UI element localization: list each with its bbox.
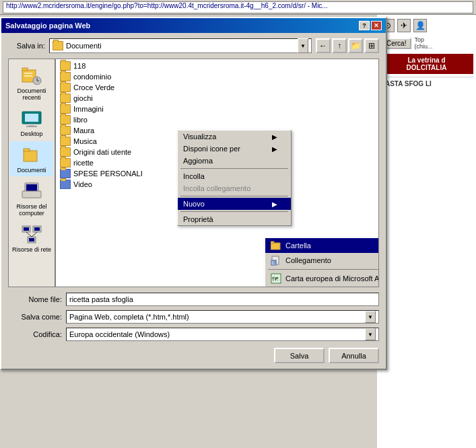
nome-file-row: Nome file: (8, 293, 379, 306)
sidebar-item-desktop[interactable]: Desktop (10, 105, 53, 140)
file-item-croce-verde[interactable]: Croce Verde (57, 82, 377, 93)
file-name-croce-verde: Croce Verde (73, 83, 114, 91)
nome-file-input[interactable] (66, 293, 379, 306)
browser-toolbar: http://www2.mcridersroma.it/engine/go.ph… (0, 0, 476, 15)
file-item-giochi[interactable]: giochi (57, 93, 377, 104)
bottom-buttons: Salva Annulla (8, 345, 379, 363)
sidebar-label-documenti: Documenti (17, 167, 46, 174)
submenu-sincronia[interactable]: ↻ Sincronia file (265, 286, 379, 287)
salva-button[interactable]: Salva (274, 348, 325, 363)
submenu-collegamento[interactable]: ⊞ Collegamento (265, 253, 379, 268)
sidebar-label-desktop: Desktop (20, 130, 42, 137)
cerca-row: Cerca! Top (chiu... (380, 34, 473, 52)
file-list[interactable]: 118 condominio Croce Verde giochi Immagi… (55, 59, 379, 287)
svg-rect-19 (24, 227, 29, 231)
folder-icon-118 (60, 61, 71, 71)
ctx-aggiorna-label: Aggiorna (183, 157, 213, 165)
salva-come-arrow[interactable]: ▼ (365, 311, 376, 323)
browser-right-panel: ⊙ ✈ 👤 Cerca! Top (chiu... La vetrina d D… (377, 15, 476, 448)
nav-back-button[interactable]: ← (316, 38, 331, 53)
browser-url[interactable]: http://www2.mcridersroma.it/engine/go.ph… (3, 1, 473, 13)
svg-rect-8 (25, 114, 38, 122)
codifica-arrow[interactable]: ▼ (365, 328, 376, 340)
sidebar-icon-rete (21, 223, 42, 245)
close-button[interactable]: ✕ (371, 21, 382, 30)
codifica-label: Codifica: (8, 330, 62, 338)
annulla-button[interactable]: Annulla (329, 348, 379, 363)
codifica-row: Codifica: Europa occidentale (Windows) ▼ (8, 328, 379, 341)
ctx-disponi[interactable]: Disponi icone per ▶ (178, 143, 291, 155)
folder-icon-spese (60, 169, 71, 178)
file-name-condominio: condominio (73, 73, 111, 81)
ctx-visualizza-label: Visualizza (183, 133, 216, 141)
ctx-aggiorna[interactable]: Aggiorna (178, 155, 291, 167)
file-item-118[interactable]: 118 (57, 61, 377, 71)
submenu-autoroute[interactable]: 🗺 Carta europea di Microsoft AutoRoute (265, 271, 379, 286)
salva-in-dropdown[interactable]: Documenti ▼ (49, 38, 312, 53)
svg-rect-3 (24, 75, 32, 77)
file-item-libro[interactable]: libro (57, 114, 377, 125)
ctx-sep-1 (180, 168, 288, 169)
salva-come-row: Salva come: Pagina Web, completa (*.htm,… (8, 310, 379, 324)
browser-icon-2[interactable]: ✈ (397, 19, 411, 32)
folder-icon-origini (60, 147, 71, 157)
nav-new-folder-button[interactable]: 📁 (348, 38, 363, 53)
ctx-nuovo-label: Nuovo (183, 200, 205, 208)
titlebar-buttons: ? ✕ (359, 21, 382, 30)
nome-file-label: Nome file: (8, 295, 62, 303)
sidebar: Documentirecenti Desktop (8, 59, 55, 287)
sidebar-item-documenti[interactable]: Documenti (10, 141, 53, 176)
ctx-proprieta[interactable]: Proprietà (178, 213, 291, 225)
file-item-immagini[interactable]: Immagini (57, 104, 377, 114)
ctx-visualizza-arrow: ▶ (272, 133, 277, 141)
main-area: Documentirecenti Desktop (8, 59, 379, 287)
codifica-value: Europa occidentale (Windows) (69, 330, 170, 338)
folder-icon-video (60, 180, 71, 189)
sidebar-item-rete[interactable]: Risorse di rete (10, 221, 53, 256)
browser-icon-3[interactable]: 👤 (413, 19, 427, 32)
sidebar-item-documenti-recenti[interactable]: Documentirecenti (10, 62, 53, 104)
submenu-label-autoroute: Carta europea di Microsoft AutoRoute (285, 274, 379, 283)
ctx-proprieta-label: Proprietà (183, 215, 213, 223)
salva-come-value: Pagina Web, completa (*.htm,*.html) (69, 313, 189, 321)
submenu-label-collegamento: Collegamento (285, 256, 331, 264)
folder-icon-small (53, 41, 63, 50)
sidebar-item-computer[interactable]: Risorse delcomputer (10, 178, 53, 219)
svg-rect-23 (29, 238, 34, 241)
browser-banner: La vetrina d DOLCITALIA (380, 54, 473, 74)
salva-come-dropdown[interactable]: Pagina Web, completa (*.htm,*.html) ▼ (66, 310, 379, 324)
sidebar-label-recenti: Documentirecenti (17, 87, 46, 101)
submenu-nuovo: Cartella ⊞ Collegamento (265, 237, 379, 287)
browser-nav-icons: ⊙ ✈ 👤 (380, 17, 473, 34)
folder-icon-giochi (60, 94, 71, 103)
file-name-118: 118 (73, 62, 86, 70)
salva-in-label: Salva in: (8, 42, 45, 50)
file-name-maura: Maura (73, 126, 94, 135)
ctx-nuovo[interactable]: Nuovo ▶ (178, 198, 291, 210)
submenu-cartella[interactable]: Cartella (265, 238, 379, 253)
file-name-giochi: giochi (73, 94, 93, 102)
file-name-spese: SPESE PERSONALI (73, 170, 143, 178)
file-name-immagini: Immagini (73, 105, 104, 113)
nav-view-button[interactable]: ⊞ (364, 38, 379, 53)
folder-icon-croce-verde (60, 83, 71, 92)
sidebar-label-rete: Risorse di rete (12, 246, 51, 253)
sidebar-icon-desktop (21, 108, 42, 129)
ctx-disponi-arrow: ▶ (272, 145, 277, 153)
file-name-musica: Musica (73, 137, 97, 145)
dialog-titlebar: Salvataggio pagina Web ? ✕ (1, 18, 386, 33)
svg-rect-10 (26, 126, 37, 127)
submenu-label-cartella: Cartella (285, 241, 311, 250)
codifica-dropdown[interactable]: Europa occidentale (Windows) ▼ (66, 328, 379, 341)
file-item-condominio[interactable]: condominio (57, 71, 377, 82)
ctx-visualizza[interactable]: Visualizza ▶ (178, 130, 291, 143)
folder-icon-musica (60, 137, 71, 146)
ctx-incolla[interactable]: Incolla (178, 170, 291, 182)
nav-up-button[interactable]: ↑ (332, 38, 347, 53)
banner-text: La vetrina d DOLCITALIA (382, 57, 471, 71)
dropdown-arrow[interactable]: ▼ (298, 38, 308, 53)
context-menu: Visualizza ▶ Disponi icone per ▶ Aggiorn… (177, 130, 292, 226)
help-button[interactable]: ? (359, 21, 370, 30)
folder-icon-ricette (60, 158, 71, 167)
nav-buttons: ← ↑ 📁 ⊞ (316, 38, 379, 53)
